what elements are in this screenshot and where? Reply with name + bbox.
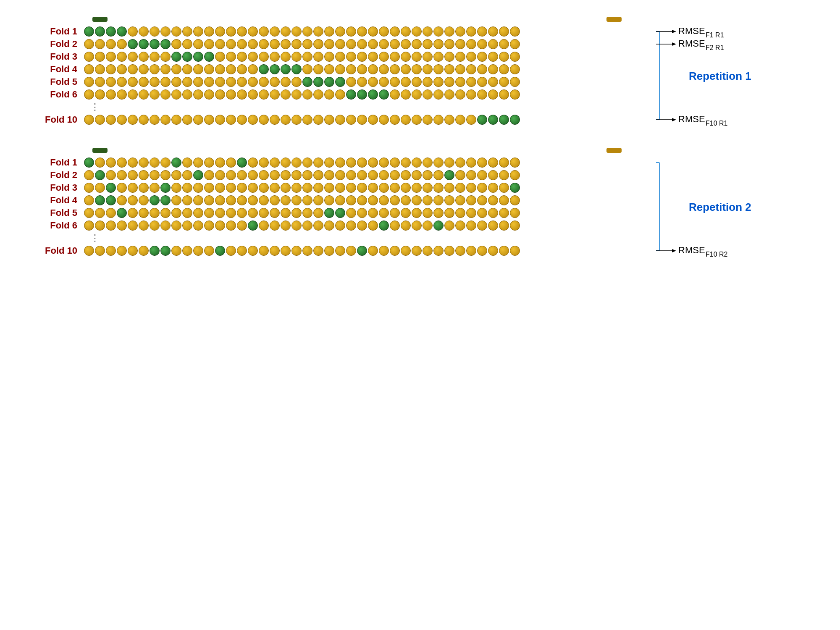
train-dot <box>335 52 345 62</box>
train-dot <box>182 64 192 74</box>
train-dot <box>150 208 160 218</box>
train-dot <box>499 246 509 256</box>
fold-label: Fold 3 <box>25 51 84 62</box>
train-dot <box>313 115 323 125</box>
train-dot <box>488 39 498 49</box>
train-dot <box>379 158 389 168</box>
repetition2-block: Fold 1Fold 2Fold 3Fold 4Fold 5Fold 6⋮Fol… <box>25 148 815 258</box>
train-dot <box>226 183 236 193</box>
train-dot <box>346 26 356 37</box>
train-dot <box>160 208 171 218</box>
train-dot <box>433 246 444 256</box>
train-dot <box>477 158 487 168</box>
train-dot <box>291 170 302 180</box>
train-dot <box>248 158 258 168</box>
train-dot <box>455 39 465 49</box>
fold-row: Fold 4 <box>25 195 655 206</box>
train-dot <box>401 220 411 231</box>
train-dot <box>248 115 258 125</box>
svg-text:RMSE: RMSE <box>678 114 705 124</box>
train-dot <box>106 89 116 100</box>
train-dot <box>401 89 411 100</box>
train-dot <box>259 208 269 218</box>
train-dot <box>226 52 236 62</box>
svg-text:RMSE: RMSE <box>678 26 705 36</box>
test-dot <box>160 183 171 193</box>
train-dot <box>379 26 389 37</box>
train-dot <box>412 39 422 49</box>
train-dot <box>150 52 160 62</box>
train-dot <box>182 89 192 100</box>
train-dot <box>248 208 258 218</box>
legend-row-2 <box>25 148 655 153</box>
train-dot <box>270 89 280 100</box>
train-dot <box>248 52 258 62</box>
train-dot <box>335 170 345 180</box>
dots-container <box>84 195 520 205</box>
fold-row: Fold 1 <box>25 26 655 37</box>
train-dot <box>106 77 116 87</box>
train-dot <box>423 170 433 180</box>
train-dot <box>291 220 302 231</box>
train-dot <box>204 183 214 193</box>
train-dot <box>182 115 192 125</box>
train-dot <box>390 246 400 256</box>
train-dot <box>379 183 389 193</box>
train-dot <box>204 39 214 49</box>
test-dot <box>106 183 116 193</box>
svg-marker-10 <box>672 118 676 121</box>
train-dot <box>488 208 498 218</box>
train-dot <box>248 39 258 49</box>
train-dot <box>433 183 444 193</box>
test-dot <box>204 52 214 62</box>
train-dot <box>368 115 378 125</box>
train-dot <box>433 26 444 37</box>
train-dot <box>128 64 138 74</box>
train-dot <box>412 195 422 205</box>
train-dot <box>259 158 269 168</box>
train-dot <box>95 89 105 100</box>
train-dot <box>455 195 465 205</box>
test-dot <box>171 158 181 168</box>
train-dot <box>455 246 465 256</box>
train-dot <box>433 52 444 62</box>
train-dot <box>95 158 105 168</box>
train-dot <box>346 170 356 180</box>
train-dot <box>160 220 171 231</box>
train-dot <box>171 183 181 193</box>
train-dot <box>379 115 389 125</box>
train-dot <box>84 115 94 125</box>
train-dot <box>128 158 138 168</box>
train-dot <box>488 246 498 256</box>
train-dot <box>357 195 367 205</box>
svg-text:F2 R1: F2 R1 <box>706 44 724 51</box>
train-dot <box>128 52 138 62</box>
train-dot <box>215 195 225 205</box>
train-dot <box>302 195 312 205</box>
train-dot <box>139 170 149 180</box>
train-dot <box>248 64 258 74</box>
train-dot <box>171 220 181 231</box>
train-dot <box>423 64 433 74</box>
dots-container <box>84 208 520 218</box>
train-dot <box>139 89 149 100</box>
dots-container <box>84 183 520 193</box>
train-dot <box>204 115 214 125</box>
train-dot <box>226 195 236 205</box>
fold-label: Fold 3 <box>25 182 84 193</box>
train-dot <box>390 77 400 87</box>
train-dot <box>139 52 149 62</box>
train-dot <box>150 170 160 180</box>
fold-row: Fold 3 <box>25 51 655 62</box>
train-dot <box>204 195 214 205</box>
train-dot <box>270 26 280 37</box>
train-dot <box>248 170 258 180</box>
train-dot <box>128 246 138 256</box>
train-dot <box>357 77 367 87</box>
repetition1-brace-svg: Repetition 1RMSEF1 R1RMSEF2 R1RMSEF10 R1 <box>655 17 815 127</box>
train-dot <box>335 64 345 74</box>
test-dot <box>248 220 258 231</box>
train-dot <box>423 183 433 193</box>
train-dot <box>499 220 509 231</box>
fold-label: Fold 1 <box>25 157 84 168</box>
